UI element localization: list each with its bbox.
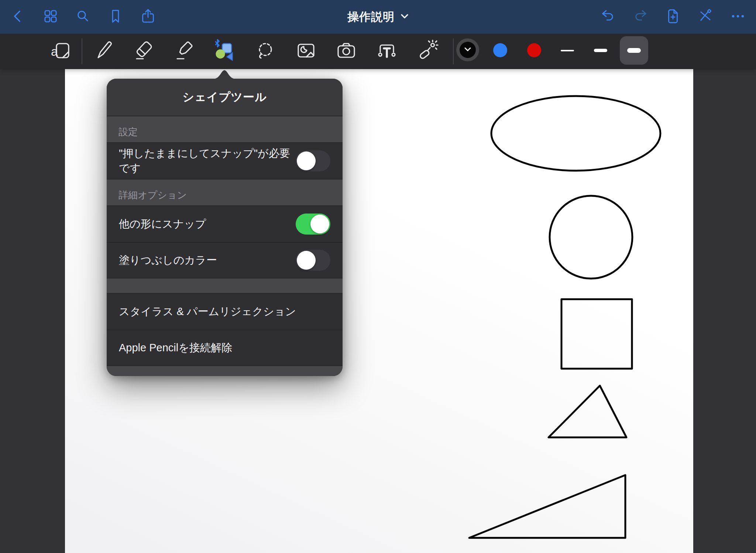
chevron-down-icon (464, 46, 472, 54)
document-title: 操作説明 (347, 9, 395, 25)
add-page-icon (664, 8, 681, 26)
color-swatch-black-selected[interactable] (456, 38, 479, 61)
thickness-thick-bar (627, 48, 641, 53)
snap-to-other-shapes-toggle[interactable] (296, 214, 330, 235)
section-spacer (107, 278, 343, 294)
toolbar-divider (82, 38, 82, 64)
svg-text:a: a (51, 44, 58, 58)
topbar-right-group (599, 8, 747, 26)
text-tool-button[interactable] (375, 40, 399, 63)
camera-icon (334, 39, 358, 64)
chevron-left-icon (10, 8, 27, 26)
section-header-label: 設定 (118, 126, 138, 139)
section-header-advanced-options: 詳細オプション (107, 179, 343, 206)
text-icon (375, 39, 399, 64)
popover-arrow (212, 69, 237, 81)
lasso-icon (253, 39, 277, 64)
shape-tool-icon (212, 39, 236, 64)
hold-to-snap-toggle[interactable] (296, 150, 330, 171)
page-panel-icon: a (49, 39, 73, 64)
toggle-knob (297, 251, 316, 270)
app-screen: 操作説明 (0, 0, 756, 553)
editing-off-button[interactable] (696, 8, 715, 26)
ellipsis-icon (729, 8, 746, 26)
section-header-settings: 設定 (107, 116, 343, 143)
search-icon (75, 8, 92, 26)
more-options-button[interactable] (729, 8, 747, 26)
row-label: 他の形にスナップ (119, 217, 206, 232)
shape-tool-popover: シェイプツール 設定 "押したままにしてスナップ"が必要です 詳細オプション 他… (107, 79, 343, 376)
undo-icon (599, 8, 616, 26)
tools-toolbar: a (0, 34, 756, 69)
chevron-down-icon (401, 13, 409, 21)
lasso-tool-button[interactable] (253, 40, 277, 63)
bookmark-icon (107, 8, 124, 26)
row-stylus-palm-rejection[interactable]: スタイラス & パームリジェクション (107, 294, 343, 330)
pages-overview-button[interactable] (41, 8, 60, 26)
color-swatch-blue[interactable] (493, 43, 507, 57)
row-label: スタイラス & パームリジェクション (119, 304, 296, 319)
row-hold-to-snap[interactable]: "押したままにしてスナップ"が必要です (107, 143, 343, 179)
popover-bottom-band (107, 365, 343, 376)
top-navigation-bar: 操作説明 (0, 0, 756, 34)
highlighter-tool-button[interactable] (173, 40, 196, 63)
grid-icon (42, 8, 59, 26)
toggle-knob (297, 151, 316, 170)
search-button[interactable] (74, 8, 92, 26)
popover-title: シェイプツール (107, 79, 343, 116)
laser-pointer-icon (416, 39, 439, 64)
share-icon (140, 8, 157, 26)
toggle-knob (310, 215, 329, 233)
highlighter-icon (173, 39, 196, 64)
share-button[interactable] (139, 8, 157, 26)
eraser-tool-button[interactable] (132, 40, 156, 63)
redo-icon (632, 8, 649, 26)
document-title-button[interactable]: 操作説明 (347, 0, 409, 34)
pen-icon (92, 39, 116, 64)
camera-tool-button[interactable] (334, 40, 358, 63)
add-page-button[interactable] (664, 8, 682, 26)
image-icon (294, 39, 318, 64)
pen-slash-icon (697, 8, 714, 26)
page-panel-tool-button[interactable]: a (49, 40, 73, 63)
undo-button[interactable] (599, 8, 617, 26)
thickness-medium-button[interactable] (594, 49, 607, 52)
row-label: Apple Pencilを接続解除 (119, 341, 232, 355)
back-button[interactable] (9, 8, 27, 26)
row-label: 塗りつぶしのカラー (119, 253, 217, 268)
row-snap-to-other-shapes[interactable]: 他の形にスナップ (107, 206, 343, 242)
fill-color-toggle[interactable] (296, 250, 330, 271)
row-fill-color[interactable]: 塗りつぶしのカラー (107, 242, 343, 278)
eraser-icon (132, 39, 156, 64)
row-label: "押したままにしてスナップ"が必要です (119, 146, 296, 176)
thickness-thin-button[interactable] (561, 50, 574, 51)
image-tool-button[interactable] (294, 40, 318, 63)
laser-pointer-tool-button[interactable] (416, 40, 439, 63)
bookmark-button[interactable] (106, 8, 125, 26)
shape-tool-button[interactable] (212, 40, 236, 63)
thickness-thick-button[interactable] (620, 36, 648, 65)
section-header-label: 詳細オプション (118, 189, 187, 202)
redo-button[interactable] (631, 8, 650, 26)
color-swatch-red[interactable] (527, 43, 541, 57)
topbar-left-group (9, 8, 157, 26)
toolbar-divider (453, 38, 454, 64)
row-disconnect-apple-pencil[interactable]: Apple Pencilを接続解除 (107, 330, 343, 365)
pen-tool-button[interactable] (92, 40, 116, 63)
